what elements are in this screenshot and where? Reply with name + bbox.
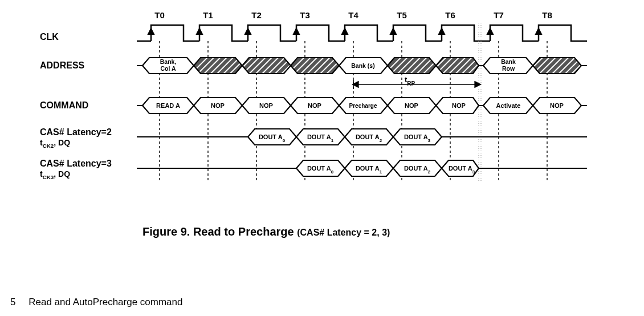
time-label: T3 xyxy=(300,11,310,20)
time-label: T0 xyxy=(154,11,165,20)
command-label: COMMAND xyxy=(40,100,88,111)
svg-text:NOP: NOP xyxy=(211,102,225,109)
dq-cas3-row: DOUT A0 DOUT A1 DOUT A2 DOUT A3 xyxy=(137,160,587,176)
section-number: 5 xyxy=(10,297,15,307)
time-label: T6 xyxy=(445,11,455,20)
svg-text:Activate: Activate xyxy=(496,102,521,109)
break-marker xyxy=(479,23,481,183)
svg-text:READ A: READ A xyxy=(156,102,180,109)
time-labels: T0 T1 T2 T3 T4 T5 T6 T7 T8 xyxy=(154,11,552,20)
section-title: Read and AutoPrecharge command xyxy=(28,297,182,307)
cas2-label: CAS# Latency=2 tCK2, DQ xyxy=(40,127,112,149)
time-label: T7 xyxy=(494,11,504,20)
section-heading: 5 Read and AutoPrecharge command xyxy=(10,297,183,308)
address-row: Bank, Col A Bank (s) Bank Row xyxy=(137,58,587,74)
timing-diagram: CLK ADDRESS COMMAND CAS# Latency=2 tCK2,… xyxy=(40,11,610,228)
svg-text:NOP: NOP xyxy=(405,102,418,109)
trp-arrow: tRP xyxy=(353,75,480,89)
figure-caption: Figure 9. Read to Precharge (CAS# Latenc… xyxy=(142,225,541,238)
svg-text:Bank (s): Bank (s) xyxy=(351,62,374,69)
timing-svg: T0 T1 T2 T3 T4 T5 T6 T7 T8 xyxy=(40,11,610,228)
svg-text:Row: Row xyxy=(502,65,515,72)
svg-text:Bank: Bank xyxy=(501,58,516,65)
time-label: T4 xyxy=(348,11,358,20)
svg-text:NOP: NOP xyxy=(452,102,466,109)
time-label: T5 xyxy=(397,11,407,20)
svg-text:NOP: NOP xyxy=(550,102,564,109)
address-label: ADDRESS xyxy=(40,60,84,71)
cas3-label: CAS# Latency=3 tCK3, DQ xyxy=(40,159,112,180)
dq-cas2-row: DOUT A0 DOUT A1 DOUT A2 DOUT A3 xyxy=(137,129,587,145)
svg-text:Precharge: Precharge xyxy=(349,103,377,109)
command-row: READ A NOP NOP NOP Precharge NOP NOP Act… xyxy=(137,98,587,114)
time-label: T1 xyxy=(203,11,213,20)
svg-text:NOP: NOP xyxy=(308,102,321,109)
clk-label: CLK xyxy=(40,32,59,42)
svg-text:Col A: Col A xyxy=(160,65,176,72)
svg-text:NOP: NOP xyxy=(259,102,273,109)
svg-text:Bank,: Bank, xyxy=(160,58,177,65)
time-label: T8 xyxy=(542,11,552,20)
time-label: T2 xyxy=(251,11,262,20)
clk-waveform xyxy=(137,25,587,41)
